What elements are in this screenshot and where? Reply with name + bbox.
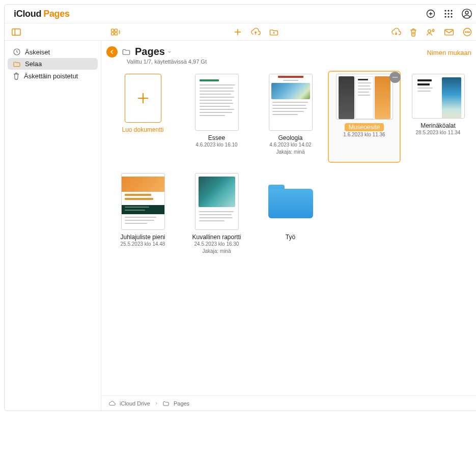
delete-button[interactable] [409,27,417,37]
location-title: Pages [135,46,165,57]
folder-icon [262,173,319,230]
tile-meta: 4.6.2023 klo 16.10 [195,141,237,149]
tile-label: Geologia [278,134,302,141]
svg-rect-16 [111,29,114,32]
titlebar: iCloud Pages [5,5,476,23]
svg-point-11 [451,16,452,17]
svg-point-27 [432,29,434,31]
apps-grid-button[interactable] [444,9,453,18]
sidebar-item-label: Selaa [25,60,42,68]
document-tile-juhlajuliste[interactable]: Juhlajuliste pieni 25.5.2023 klo 14.48 [113,173,173,255]
svg-rect-17 [111,32,114,35]
svg-point-33 [467,32,468,33]
chevron-down-icon [167,49,172,54]
folder-tile-tyo[interactable]: Työ [260,173,321,255]
folder-icon [13,61,21,68]
folder-icon [162,400,170,407]
sidebar-item-label: Äskeiset [25,48,50,56]
path-leaf[interactable]: Pages [174,400,189,407]
svg-point-34 [469,32,470,33]
tile-label: Työ [286,234,295,241]
brand: iCloud Pages [12,9,70,19]
account-avatar-button[interactable] [461,8,472,19]
tile-meta: 4.6.2023 klo 14.02 [269,141,311,149]
location-title-button[interactable]: Pages [135,46,172,57]
tile-label: Merinäköalat [421,122,456,129]
svg-rect-14 [12,28,20,35]
svg-point-3 [444,10,446,11]
document-tile-kuvallinen[interactable]: Kuvallinen raportti 24.5.2023 klo 16.30 … [186,173,247,255]
svg-point-36 [393,77,394,78]
svg-point-8 [451,13,452,14]
sort-button[interactable]: Nimen mukaan [427,46,471,56]
trash-icon [13,72,20,80]
download-button[interactable] [391,28,401,36]
path-bar: iCloud Drive Pages [101,395,476,411]
document-tile-museoesite[interactable]: Museoesite 1.6.2023 klo 11.36 [334,74,395,156]
share-button[interactable] [426,27,436,37]
sidebar-item-browse[interactable]: Selaa [8,58,98,70]
chevron-right-icon [154,401,158,406]
new-folder-button[interactable] [269,28,279,36]
location-header: Pages Valittu 1/7, käytettävissä 4,97 Gt… [101,41,476,67]
tile-meta: 25.5.2023 klo 14.48 [121,241,165,248]
tile-label: Luo dokumentti [122,126,163,133]
sidebar-item-recently-deleted[interactable]: Äskettäin poistetut [8,70,98,82]
titlebar-actions [426,8,472,19]
svg-point-9 [444,16,446,17]
svg-point-13 [465,11,468,14]
svg-point-4 [447,10,449,11]
brand-app: Pages [43,9,70,19]
folder-icon [122,48,131,56]
document-tile-essee[interactable]: Essee 4.6.2023 klo 16.10 [186,74,247,156]
clock-icon [13,48,21,56]
toolbar [5,23,476,40]
main-panel: Pages Valittu 1/7, käytettävissä 4,97 Gt… [101,41,476,411]
content-area: Äskeiset Selaa Äskettäin poistetut [5,40,476,411]
upload-button[interactable] [250,28,261,36]
cloud-icon [108,400,116,407]
sidebar-item-label: Äskettäin poistetut [24,72,78,80]
svg-point-37 [395,77,396,78]
svg-point-32 [465,32,466,33]
tile-sharer: Jakaja: minä [276,149,304,156]
toggle-sidebar-button[interactable] [12,28,21,36]
document-thumbnail [412,74,465,119]
svg-point-38 [396,77,397,78]
more-button[interactable] [462,27,472,37]
app-window: iCloud Pages [4,4,476,411]
tile-meta: 28.5.2023 klo 11.34 [416,129,461,136]
svg-rect-30 [445,30,454,35]
plus-icon [125,74,161,123]
back-button[interactable] [106,46,118,57]
document-tile-geologia[interactable]: Geologia 4.6.2023 klo 14.02 Jakaja: minä [260,74,321,156]
document-grid: Luo dokumentti [101,67,476,395]
svg-rect-19 [115,32,117,35]
add-button[interactable] [233,27,242,37]
tile-sharer: Jakaja: minä [202,248,231,255]
document-thumbnail [121,173,165,230]
svg-point-7 [447,13,449,14]
svg-point-10 [447,16,449,17]
tile-label: Museoesite [345,123,384,131]
svg-point-5 [451,10,452,11]
document-thumbnail [195,173,239,230]
svg-point-6 [444,13,446,14]
tile-meta: 24.5.2023 klo 16.30 [194,241,239,248]
tile-label: Essee [208,134,225,141]
path-root[interactable]: iCloud Drive [120,400,150,407]
tile-meta: 1.6.2023 klo 11.36 [343,131,385,138]
document-tile-merinakoalat[interactable]: Merinäköalat 28.5.2023 klo 11.34 [408,74,468,156]
tile-label: Kuvallinen raportti [192,234,241,241]
document-thumbnail [336,74,393,120]
view-options-button[interactable] [110,28,121,36]
svg-point-26 [428,30,431,33]
create-new-button[interactable] [426,9,436,19]
tile-more-button[interactable] [389,72,401,83]
document-thumbnail [195,74,239,131]
document-thumbnail [269,74,313,131]
email-button[interactable] [444,28,454,36]
sidebar-item-recents[interactable]: Äskeiset [8,46,98,58]
location-subtitle: Valittu 1/7, käytettävissä 4,97 Gt [127,59,207,65]
create-document-tile[interactable]: Luo dokumentti [113,74,173,156]
